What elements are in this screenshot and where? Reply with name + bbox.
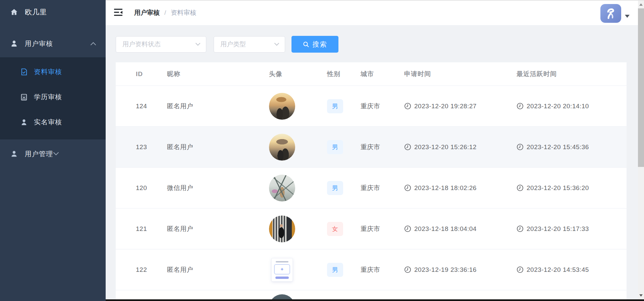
user-avatar[interactable]: + [269,216,295,242]
table-row[interactable]: 122 匿名用户 + 男 重庆市 2023-12-19 23:36:16 202… [116,249,627,290]
user-city: 重庆市 [361,225,380,232]
scrollbar-up-arrow[interactable] [638,1,644,7]
table-body: 124 匿名用户 + 男 重庆市 2023-12-20 19:28:27 202… [116,86,627,290]
clock-icon [404,225,411,232]
user-type-select[interactable]: 用户类型 [214,36,285,53]
apply-time: 2023-12-18 18:02:26 [414,184,477,192]
table-row[interactable]: 123 匿名用户 + 男 重庆市 2023-12-20 15:26:12 202… [116,127,627,168]
column-gender: 性别 [327,70,361,78]
window-top-edge [106,0,644,1]
sidebar-item-user-audit[interactable]: 用户审核 [0,34,106,53]
user-id: 120 [136,184,147,191]
sidebar: 欧几里 用户审核 资料审核 [0,0,106,301]
clock-icon [517,143,524,150]
clock-icon [404,184,411,191]
account-avatar[interactable] [600,4,621,23]
user-avatar[interactable]: + [269,93,295,120]
scrollbar-down-arrow[interactable] [638,292,644,298]
column-nickname: 昵称 [167,70,269,78]
active-time: 2023-12-20 14:53:45 [527,266,589,274]
sidebar-item-user-manage[interactable]: 用户管理 [0,139,106,168]
user-nickname: 匿名用户 [167,225,193,232]
clock-icon [404,266,411,273]
user-manage-icon [10,150,18,158]
sidebar-item-label: 资料审核 [34,67,62,76]
gender-badge: 男 [327,181,343,195]
sidebar-item-realname-audit[interactable]: 实名审核 [0,110,106,135]
clock-icon [517,225,524,232]
user-nickname: 匿名用户 [167,143,193,150]
chevron-up-icon [90,42,96,46]
table-row[interactable]: 124 匿名用户 + 男 重庆市 2023-12-20 19:28:27 202… [116,86,627,127]
sidebar-item-label: 学历审核 [34,93,62,102]
chevron-down-icon [53,152,59,156]
identity-icon [20,118,28,126]
account-caret-down-icon[interactable] [625,15,630,18]
user-id: 122 [136,266,147,273]
user-city: 重庆市 [361,184,380,191]
user-nickname: 匿名用户 [167,266,193,273]
user-id: 124 [136,103,147,110]
top-bar: 用户审核 / 资料审核 [106,0,638,25]
user-city: 重庆市 [361,143,380,150]
vertical-scrollbar-thumb[interactable] [638,8,644,167]
app-title: 欧几里 [25,7,47,17]
profile-status-select[interactable]: 用户资料状态 [116,36,206,53]
clock-icon [517,184,524,191]
active-time: 2023-12-20 15:17:33 [527,225,589,233]
sidebar-collapse-icon[interactable] [114,8,123,16]
brand-logo-icon [604,7,618,20]
breadcrumb: 用户审核 / 资料审核 [134,0,196,25]
search-button-label: 搜索 [313,40,327,49]
apply-time: 2023-12-18 18:04:04 [414,225,477,233]
table-row[interactable]: 121 匿名用户 + 女 重庆市 2023-12-18 18:04:04 202… [116,208,627,249]
sidebar-item-label: 用户审核 [25,39,53,48]
user-nickname: 微信用户 [167,184,193,191]
column-id: ID [136,70,167,78]
sidebar-submenu: 资料审核 学历审核 实名审核 [0,57,106,139]
sidebar-logo-home[interactable]: 欧几里 [0,3,106,21]
audit-table: ID 昵称 头像 性别 城市 申请时间 最近活跃时间 124 匿名用户 + 男 … [116,62,627,299]
breadcrumb-profile-audit: 资料审核 [171,8,196,17]
breadcrumb-separator: / [164,9,166,16]
gender-badge: 女 [327,222,343,236]
user-audit-icon [10,40,18,48]
user-avatar[interactable]: + [269,134,295,161]
sidebar-item-education-audit[interactable]: 学历审核 [0,84,106,110]
search-button[interactable]: 搜索 [291,36,338,53]
column-active-time: 最近活跃时间 [517,70,627,78]
column-avatar: 头像 [269,70,327,78]
column-city: 城市 [361,70,404,78]
gender-badge: 男 [327,99,343,113]
apply-time: 2023-12-20 15:26:12 [414,143,477,151]
user-nickname: 匿名用户 [167,103,193,110]
user-id: 121 [136,225,147,232]
user-id: 123 [136,143,147,150]
sidebar-item-label: 用户管理 [25,149,53,159]
apply-time: 2023-12-20 19:28:27 [414,103,477,110]
sidebar-item-profile-audit[interactable]: 资料审核 [0,59,106,84]
breadcrumb-user-audit[interactable]: 用户审核 [134,8,160,17]
user-avatar[interactable] [269,294,295,299]
apply-time: 2023-12-19 23:36:16 [414,266,477,274]
user-avatar[interactable]: + [272,258,292,281]
user-avatar[interactable]: + [269,175,295,201]
home-icon [10,8,18,16]
broken-image-button [275,277,289,279]
user-city: 重庆市 [361,103,380,110]
education-icon [20,93,28,101]
search-icon [303,41,309,48]
gender-badge: 男 [327,263,343,277]
select-placeholder: 用户资料状态 [122,40,161,49]
table-row-partial[interactable] [116,290,627,299]
clock-icon [404,143,411,150]
gender-badge: 男 [327,140,343,154]
user-city: 重庆市 [361,266,380,273]
active-time: 2023-12-20 15:45:36 [527,143,589,151]
column-apply-time: 申请时间 [404,70,517,78]
document-check-icon [20,68,28,76]
app-window: 欧几里 用户审核 资料审核 [0,0,644,301]
chevron-down-icon [274,43,279,46]
table-header: ID 昵称 头像 性别 城市 申请时间 最近活跃时间 [116,62,627,86]
table-row[interactable]: 120 微信用户 + 男 重庆市 2023-12-18 18:02:26 202… [116,168,627,208]
